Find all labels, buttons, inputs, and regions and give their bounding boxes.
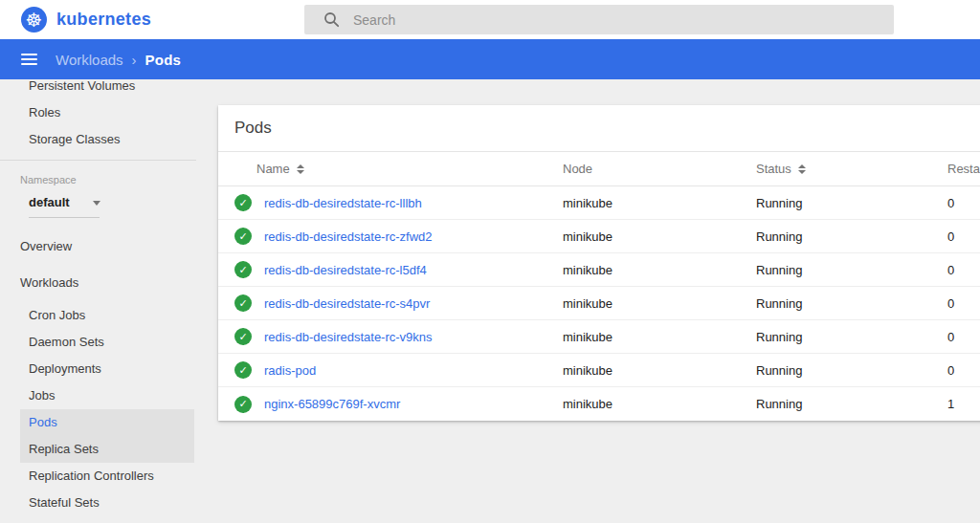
breadcrumb-workloads[interactable]: Workloads [56, 52, 123, 68]
pod-restarts: 0 [947, 263, 980, 277]
pod-status: Running [756, 229, 947, 244]
table-row: ✓redis-db-desiredstate-rc-zfwd2 minikube… [218, 220, 980, 253]
pod-status: Running [756, 263, 947, 277]
pod-name-link[interactable]: radis-pod [264, 363, 316, 378]
pod-status: Running [756, 196, 947, 210]
caret-down-icon [93, 201, 100, 206]
sidebar-item-workloads[interactable]: Workloads [0, 270, 218, 296]
chevron-right-icon: › [132, 52, 137, 68]
pod-status: Running [756, 330, 947, 344]
pod-restarts: 0 [947, 229, 980, 244]
pod-node: minikube [563, 229, 756, 244]
pod-restarts: 0 [947, 330, 980, 344]
table-row: ✓redis-db-desiredstate-rc-l5df4 minikube… [218, 253, 980, 287]
pod-node: minikube [563, 397, 756, 411]
search-icon [323, 11, 340, 28]
kubernetes-logo-icon: ☸ [21, 7, 47, 33]
pod-node: minikube [563, 196, 756, 210]
brand-wordmark: kubernetes [56, 10, 151, 30]
pod-node: minikube [563, 330, 756, 344]
search-input[interactable] [353, 5, 894, 34]
column-header-restarts: Restarts [947, 162, 980, 176]
pods-card: Pods Name Node Status Restarts ✓redis-db… [218, 105, 980, 421]
table-header-row: Name Node Status Restarts [218, 152, 980, 186]
pod-node: minikube [563, 363, 756, 378]
kubernetes-dashboard: ☸ kubernetes Workloads › Pods Persistent… [0, 0, 980, 523]
namespace-selector[interactable]: default [29, 195, 100, 209]
pod-restarts: 0 [947, 196, 980, 210]
status-ok-icon: ✓ [234, 361, 252, 379]
pod-node: minikube [563, 296, 756, 311]
sidebar-item-replication-controllers[interactable]: Replication Controllers [0, 463, 218, 490]
card-title: Pods [218, 105, 980, 152]
column-header-name[interactable]: Name [218, 162, 563, 176]
pod-status: Running [756, 296, 947, 311]
sidebar-item-replica-sets[interactable]: Replica Sets [20, 436, 194, 463]
sidebar-item-overview[interactable]: Overview [0, 233, 218, 260]
sort-arrows-icon[interactable] [798, 164, 806, 174]
sidebar-item-jobs[interactable]: Jobs [0, 382, 218, 409]
sidebar-item-deployments[interactable]: Deployments [0, 356, 218, 382]
pod-status: Running [756, 397, 947, 411]
pod-restarts: 0 [947, 296, 980, 311]
pod-name-link[interactable]: redis-db-desiredstate-rc-v9kns [264, 330, 433, 344]
menu-icon[interactable] [21, 54, 37, 65]
sidebar-item-pods[interactable]: Pods [20, 409, 194, 436]
toolbar: Workloads › Pods [0, 39, 980, 79]
sidebar-selection-highlight: Pods Replica Sets [20, 409, 194, 463]
status-ok-icon: ✓ [234, 261, 252, 278]
status-ok-icon: ✓ [234, 328, 252, 345]
pod-name-link[interactable]: redis-db-desiredstate-rc-lllbh [264, 196, 422, 210]
table-row: ✓nginx-65899c769f-xvcmr minikube Running… [218, 387, 980, 421]
pod-name-link[interactable]: redis-db-desiredstate-rc-s4pvr [264, 296, 430, 311]
column-header-status[interactable]: Status [756, 162, 947, 176]
pod-name-link[interactable]: redis-db-desiredstate-rc-zfwd2 [264, 229, 433, 244]
pod-node: minikube [563, 263, 756, 277]
table-row: ✓redis-db-desiredstate-rc-s4pvr minikube… [218, 287, 980, 320]
table-row: ✓redis-db-desiredstate-rc-v9kns minikube… [218, 320, 980, 354]
app-header: ☸ kubernetes [0, 0, 980, 39]
pod-restarts: 1 [947, 397, 980, 411]
breadcrumb: Workloads › Pods [56, 52, 181, 68]
sidebar-item-roles[interactable]: Roles [0, 99, 218, 126]
status-ok-icon: ✓ [234, 228, 252, 245]
table-row: ✓radis-pod minikube Running 0 [218, 354, 980, 387]
sidebar-nav: Persistent Volumes Roles Storage Classes… [0, 79, 218, 516]
sidebar-item-stateful-sets[interactable]: Stateful Sets [0, 490, 218, 516]
namespace-label: Namespace [0, 174, 218, 185]
pod-name-link[interactable]: redis-db-desiredstate-rc-l5df4 [264, 263, 427, 277]
status-ok-icon: ✓ [234, 194, 252, 211]
sidebar-item-cron-jobs[interactable]: Cron Jobs [0, 302, 218, 329]
namespace-selected-value: default [29, 195, 70, 209]
sidebar-item-storage-classes[interactable]: Storage Classes [0, 126, 218, 153]
pod-restarts: 0 [947, 363, 980, 378]
breadcrumb-current-pods: Pods [145, 52, 181, 68]
search-bar [304, 5, 894, 34]
table-row: ✓redis-db-desiredstate-rc-lllbh minikube… [218, 186, 980, 220]
column-header-node: Node [563, 162, 756, 176]
pod-status: Running [756, 363, 947, 378]
status-ok-icon: ✓ [234, 294, 252, 312]
sidebar-divider [0, 160, 196, 161]
status-ok-icon: ✓ [234, 396, 252, 413]
sort-arrows-icon[interactable] [297, 164, 304, 174]
brand-link[interactable]: ☸ kubernetes [21, 7, 151, 33]
sidebar-item-daemon-sets[interactable]: Daemon Sets [0, 329, 218, 356]
pod-name-link[interactable]: nginx-65899c769f-xvcmr [264, 397, 400, 411]
